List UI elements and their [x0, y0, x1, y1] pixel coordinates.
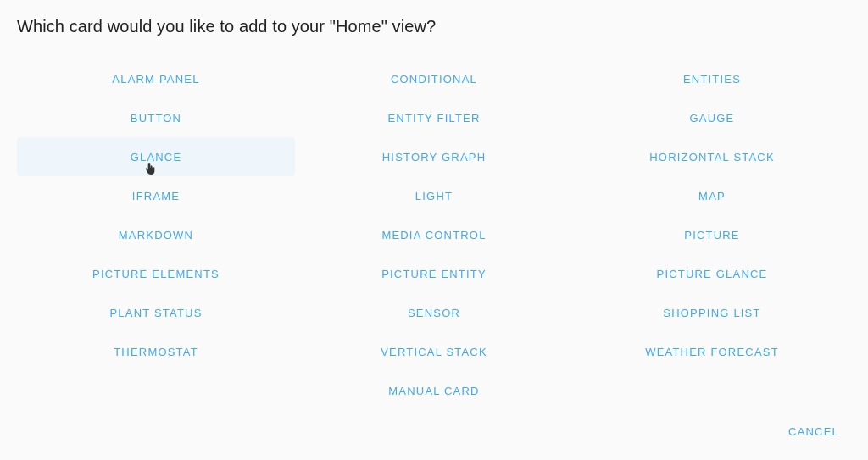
card-option-horizontal-stack[interactable]: HORIZONTAL STACK — [573, 137, 851, 176]
card-option-picture[interactable]: PICTURE — [573, 215, 851, 254]
card-option-weather-forecast[interactable]: WEATHER FORECAST — [573, 332, 851, 371]
card-type-grid: ALARM PANEL CONDITIONAL ENTITIES BUTTON … — [17, 59, 851, 410]
card-option-picture-glance[interactable]: PICTURE GLANCE — [573, 254, 851, 293]
card-option-iframe[interactable]: IFRAME — [17, 176, 295, 215]
card-option-history-graph[interactable]: HISTORY GRAPH — [295, 137, 573, 176]
card-option-conditional[interactable]: CONDITIONAL — [295, 59, 573, 98]
card-option-alarm-panel[interactable]: ALARM PANEL — [17, 59, 295, 98]
card-option-glance[interactable]: GLANCE — [17, 137, 295, 176]
card-option-picture-entity[interactable]: PICTURE ENTITY — [295, 254, 573, 293]
card-option-shopping-list[interactable]: SHOPPING LIST — [573, 293, 851, 332]
card-option-sensor[interactable]: SENSOR — [295, 293, 573, 332]
card-option-plant-status[interactable]: PLANT STATUS — [17, 293, 295, 332]
card-option-light[interactable]: LIGHT — [295, 176, 573, 215]
card-option-entities[interactable]: ENTITIES — [573, 59, 851, 98]
card-option-thermostat[interactable]: THERMOSTAT — [17, 332, 295, 371]
card-option-button[interactable]: BUTTON — [17, 98, 295, 137]
card-option-picture-elements[interactable]: PICTURE ELEMENTS — [17, 254, 295, 293]
card-option-entity-filter[interactable]: ENTITY FILTER — [295, 98, 573, 137]
dialog-title: Which card would you like to add to your… — [17, 17, 436, 36]
card-option-markdown[interactable]: MARKDOWN — [17, 215, 295, 254]
card-option-vertical-stack[interactable]: VERTICAL STACK — [295, 332, 573, 371]
card-option-media-control[interactable]: MEDIA CONTROL — [295, 215, 573, 254]
card-option-gauge[interactable]: GAUGE — [573, 98, 851, 137]
card-option-manual-card[interactable]: MANUAL CARD — [17, 371, 851, 410]
cancel-button[interactable]: CANCEL — [780, 418, 848, 445]
card-option-map[interactable]: MAP — [573, 176, 851, 215]
